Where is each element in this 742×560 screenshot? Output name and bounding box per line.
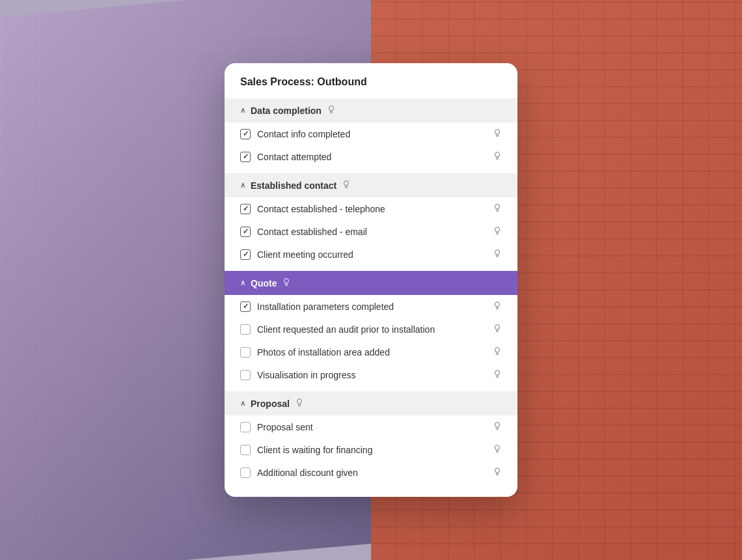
bulb-client-meeting-icon	[493, 249, 502, 260]
checkbox-client-meeting[interactable]	[240, 249, 251, 260]
item-contact-attempted[interactable]: Contact attempted	[225, 145, 517, 168]
checkbox-visualisation[interactable]	[240, 370, 251, 380]
bulb-contact-telephone-icon	[493, 203, 502, 214]
chevron-established-contact: ∧	[240, 181, 245, 189]
item-contact-info-label: Contact info completed	[257, 129, 486, 139]
checkbox-audit-prior[interactable]	[240, 324, 251, 335]
bulb-contact-attempted-icon	[493, 151, 502, 162]
bulb-audit-prior-icon	[493, 324, 502, 335]
bulb-photos-added-icon	[493, 346, 502, 357]
section-proposal-label: Proposal	[251, 399, 290, 409]
item-contact-email-label: Contact established - email	[257, 227, 486, 237]
item-contact-info[interactable]: Contact info completed	[225, 122, 517, 145]
checkbox-contact-telephone[interactable]	[240, 204, 251, 214]
bulb-established-contact-icon	[342, 180, 351, 191]
chevron-data-completion: ∧	[240, 106, 245, 115]
item-proposal-sent[interactable]: Proposal sent	[225, 415, 517, 438]
section-quote-label: Quote	[251, 278, 277, 288]
item-visualisation-label: Visualisation in progress	[257, 370, 486, 380]
checkbox-discount-given[interactable]	[240, 468, 251, 478]
checkbox-contact-attempted[interactable]	[240, 152, 251, 162]
bulb-visualisation-icon	[493, 369, 502, 380]
bulb-quote-icon	[282, 277, 291, 288]
item-visualisation[interactable]: Visualisation in progress	[225, 363, 517, 386]
item-audit-prior[interactable]: Client requested an audit prior to insta…	[225, 318, 517, 341]
checkbox-waiting-financing[interactable]	[240, 445, 251, 455]
item-contact-telephone[interactable]: Contact established - telephone	[225, 197, 517, 220]
bulb-data-completion-icon	[327, 105, 336, 116]
item-contact-telephone-label: Contact established - telephone	[257, 204, 486, 214]
checkbox-photos-added[interactable]	[240, 347, 251, 357]
sales-process-card: Sales Process: Outbound ∧ Data completio…	[225, 63, 517, 497]
item-client-meeting-label: Client meeting occurred	[257, 249, 486, 260]
item-discount-given-label: Additional discount given	[257, 468, 486, 478]
item-contact-attempted-label: Contact attempted	[257, 152, 486, 162]
item-waiting-financing-label: Client is waiting for financing	[257, 445, 486, 455]
item-contact-email[interactable]: Contact established - email	[225, 220, 517, 243]
checkbox-install-params[interactable]	[240, 301, 251, 312]
section-quote[interactable]: ∧ Quote	[225, 271, 517, 295]
bulb-contact-info-icon	[493, 128, 502, 139]
item-photos-added[interactable]: Photos of installation area added	[225, 341, 517, 363]
bulb-waiting-financing-icon	[493, 444, 502, 455]
section-data-completion[interactable]: ∧ Data completion	[225, 98, 517, 122]
section-data-completion-label: Data completion	[251, 105, 322, 116]
item-discount-given[interactable]: Additional discount given	[225, 461, 517, 484]
section-proposal[interactable]: ∧ Proposal	[225, 391, 517, 415]
bulb-discount-given-icon	[493, 467, 502, 478]
item-waiting-financing[interactable]: Client is waiting for financing	[225, 438, 517, 461]
card-title: Sales Process: Outbound	[225, 63, 517, 98]
item-install-params-label: Installation parameters completed	[257, 301, 486, 312]
chevron-quote: ∧	[240, 279, 245, 287]
bulb-contact-email-icon	[493, 226, 502, 237]
checkbox-contact-email[interactable]	[240, 227, 251, 237]
bulb-proposal-sent-icon	[493, 421, 502, 432]
checkbox-proposal-sent[interactable]	[240, 422, 251, 432]
item-photos-added-label: Photos of installation area added	[257, 347, 486, 357]
bulb-install-params-icon	[493, 301, 502, 312]
chevron-proposal: ∧	[240, 399, 245, 408]
item-audit-prior-label: Client requested an audit prior to insta…	[257, 324, 486, 335]
section-established-contact[interactable]: ∧ Established contact	[225, 173, 517, 197]
section-established-contact-label: Established contact	[251, 180, 337, 191]
item-client-meeting[interactable]: Client meeting occurred	[225, 243, 517, 266]
checkbox-contact-info[interactable]	[240, 129, 251, 139]
item-install-params[interactable]: Installation parameters completed	[225, 295, 517, 318]
bulb-proposal-icon	[295, 398, 304, 409]
item-proposal-sent-label: Proposal sent	[257, 422, 486, 432]
